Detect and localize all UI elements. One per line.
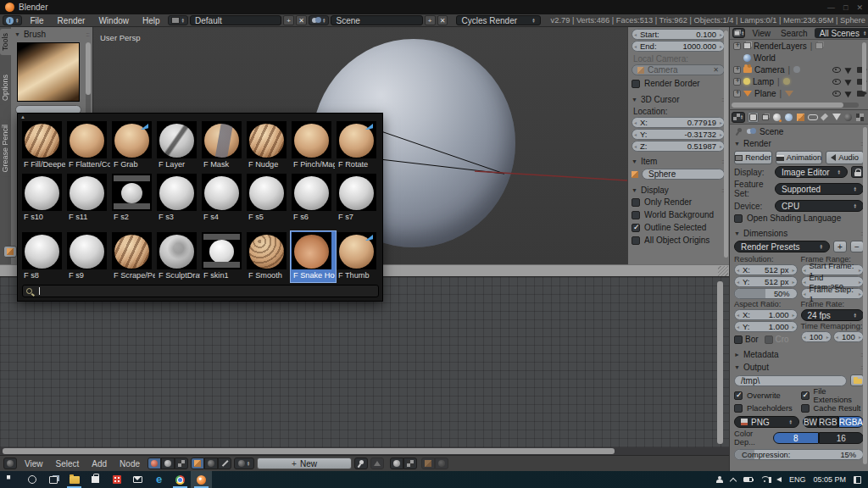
brush-item[interactable]: F Mask (201, 120, 246, 171)
render-button[interactable]: Render (734, 151, 772, 164)
shader-type-world-button[interactable] (161, 458, 175, 469)
brush-item[interactable]: F Nudge (246, 120, 291, 171)
task-view-button[interactable] (42, 471, 64, 488)
properties-scrollbar[interactable] (863, 127, 867, 464)
outliner-row-lamp[interactable]: Lamp | (730, 75, 868, 87)
brush-item[interactable]: F Layer (156, 120, 201, 171)
expand-icon[interactable] (733, 66, 741, 74)
brush-item[interactable]: F skin1 (201, 231, 246, 282)
checkbox[interactable] (734, 404, 743, 413)
browse-material-button[interactable]: ▲▼ (234, 458, 254, 469)
file-format-select[interactable]: PNG▲▼ (734, 416, 799, 428)
item-panel-header[interactable]: Item:::: (632, 156, 725, 167)
brush-item[interactable]: F s3 (156, 173, 201, 224)
outliner-row-world[interactable]: World (730, 52, 868, 64)
file-extensions-option[interactable]: File Extensions (801, 389, 865, 402)
cursor-z-field[interactable]: Z:0.51987 (632, 141, 725, 152)
brush-item[interactable]: F s6 (291, 173, 336, 224)
resolution-percentage-slider[interactable]: 50% (734, 288, 798, 299)
outliner-vscrollbar[interactable] (862, 42, 866, 92)
editor-type-button[interactable]: i▲▼ (3, 15, 22, 25)
depth-8-button[interactable]: 8 (773, 432, 819, 444)
editor-type-button[interactable] (3, 458, 17, 469)
scene-field[interactable]: Scene (331, 15, 422, 25)
add-layout-button[interactable]: + (283, 15, 294, 25)
brush-item[interactable]: F Fill/Deepen (21, 120, 66, 171)
selectability-toggle-icon[interactable] (844, 77, 853, 86)
aspect-y-field[interactable]: Y:1.000 (734, 321, 798, 332)
color-mode-bw-button[interactable]: BW (803, 416, 818, 428)
checkbox[interactable] (801, 404, 810, 413)
tab-modifiers[interactable] (819, 112, 830, 123)
new-material-button[interactable]: New (257, 458, 352, 469)
node-editor-canvas[interactable] (0, 277, 729, 456)
mail-button[interactable] (127, 471, 148, 488)
brush-item[interactable]: F s5 (246, 173, 291, 224)
world-background-option[interactable]: World Background (632, 208, 725, 221)
frame-rate-select[interactable]: 24 fps▲▼ (801, 309, 865, 321)
checkbox[interactable] (734, 214, 743, 223)
dimensions-panel-header[interactable]: Dimensions:::: (734, 228, 864, 239)
battery-icon[interactable] (743, 477, 753, 482)
output-panel-header[interactable]: Output:::: (734, 362, 864, 373)
expand-icon[interactable] (733, 42, 741, 50)
brush-item[interactable]: F Scrape/Pe... (111, 231, 156, 282)
crop-checkbox[interactable] (765, 336, 773, 344)
all-object-origins-option[interactable]: All Object Origins (632, 234, 725, 247)
resolution-x-field[interactable]: X:512 px (734, 264, 798, 275)
menu-view[interactable]: View (19, 459, 48, 469)
file-explorer-button[interactable] (64, 471, 85, 488)
people-icon[interactable] (716, 476, 723, 483)
render-presets-select[interactable]: Render Presets▲▼ (734, 241, 830, 252)
snap-toggle-button[interactable] (390, 458, 403, 469)
expand-icon[interactable] (733, 90, 741, 97)
tab-options[interactable]: Options (0, 70, 11, 105)
cortana-button[interactable] (21, 471, 42, 488)
speaker-icon[interactable] (776, 477, 782, 482)
border-checkbox[interactable] (734, 336, 743, 344)
osl-option[interactable]: Open Shading Language (734, 212, 864, 225)
brush-item[interactable]: F Pinch/Mag (291, 120, 336, 171)
outliner-row-renderlayers[interactable]: RenderLayers | (730, 40, 868, 52)
brush-item[interactable]: F s9 (66, 231, 111, 282)
show-hidden-icons-chevron[interactable] (730, 477, 737, 484)
outline-selected-option[interactable]: Outline Selected (632, 221, 725, 234)
paste-node-button[interactable] (435, 458, 448, 469)
audio-button[interactable]: Audio (826, 151, 864, 164)
browse-folder-button[interactable] (850, 374, 864, 386)
render-engine-select[interactable]: Cycles Render▲▼ (456, 15, 540, 25)
store-button[interactable] (85, 471, 106, 488)
shader-type-linestyle-button[interactable] (175, 458, 188, 469)
tab-material[interactable] (843, 112, 854, 123)
expand-icon[interactable] (733, 78, 741, 86)
object-filter-button[interactable] (191, 458, 204, 469)
add-preset-button[interactable]: + (833, 241, 847, 252)
object-name-field[interactable]: Sphere (642, 169, 725, 180)
brush-item[interactable]: F Thumb (336, 231, 381, 282)
menu-view[interactable]: View (748, 29, 774, 38)
brush-item[interactable]: F Rotate (336, 120, 381, 171)
render-panel-header[interactable]: Render:::: (734, 138, 864, 149)
brush-item[interactable]: F s11 (66, 173, 111, 224)
menu-file[interactable]: File (24, 16, 49, 25)
checkbox[interactable] (632, 236, 640, 245)
menu-node[interactable]: Node (114, 459, 145, 469)
tab-constraints[interactable] (807, 112, 818, 123)
metadata-panel-header[interactable]: Metadata:::: (734, 349, 864, 360)
brush-panel-header[interactable]: Brush:::: (14, 29, 89, 40)
screen-layout-icon-button[interactable]: ▲▼ (168, 15, 188, 25)
display-select[interactable]: Image Editor▲▼ (775, 166, 848, 178)
tab-scene[interactable] (771, 112, 782, 123)
chrome-button[interactable] (170, 471, 191, 488)
color-mode-rgba-button[interactable]: RGBA (838, 416, 864, 428)
remap-new-field[interactable]: 100 (833, 331, 864, 342)
pin-icon[interactable] (736, 128, 743, 135)
local-camera-field[interactable]: Camera✕ (632, 64, 725, 75)
outliner-row-plane[interactable]: Plane | (730, 87, 868, 99)
brush-item[interactable]: F s8 (21, 231, 66, 282)
clip-end-field[interactable]: End:1000.000 (632, 41, 725, 52)
clear-icon[interactable]: ✕ (713, 66, 719, 74)
shader-type-object-button[interactable] (147, 458, 161, 469)
start-button[interactable] (0, 471, 21, 488)
checkbox[interactable] (632, 224, 640, 232)
